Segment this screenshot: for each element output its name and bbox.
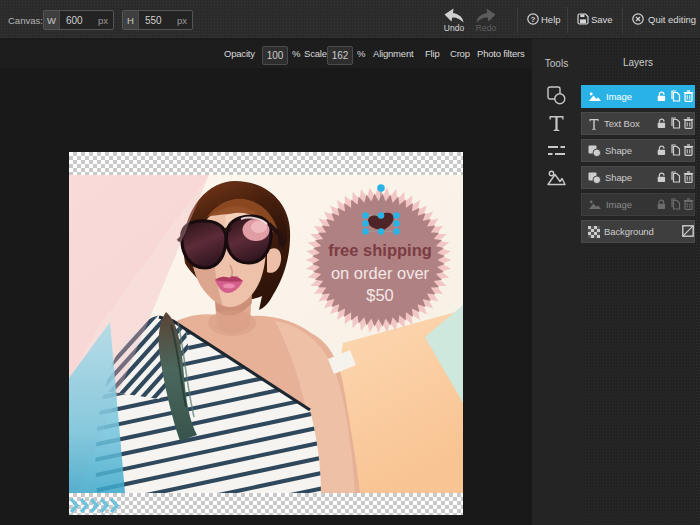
svg-text:$50: $50 <box>366 286 394 304</box>
svg-text:?: ? <box>531 15 536 24</box>
svg-text:free shipping: free shipping <box>328 241 432 259</box>
svg-text:on order over: on order over <box>331 264 430 282</box>
